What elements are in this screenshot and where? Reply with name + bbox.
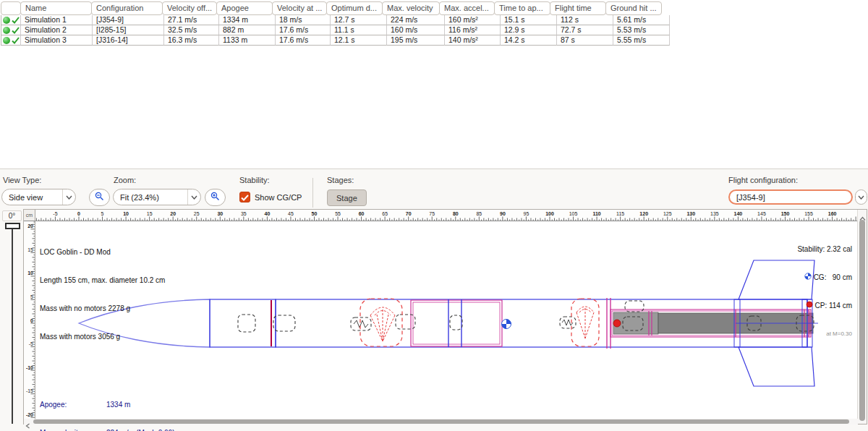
chevron-down-icon: [62, 189, 75, 205]
rotation-slider-track[interactable]: [12, 229, 13, 424]
zoom-in-icon: [210, 191, 220, 204]
view-type-select[interactable]: Side view: [1, 189, 76, 205]
rocket-info-block: LOC Goblin - DD Mod Length 155 cm, max. …: [40, 229, 165, 360]
mass-component[interactable]: [273, 315, 295, 331]
cell-max-velocity: 160 m/s: [387, 25, 445, 35]
vertical-scrollbar[interactable]: [857, 210, 867, 424]
vertical-scrollbar-thumb[interactable]: [859, 220, 865, 421]
cell-configuration: [J354-9]: [93, 15, 164, 25]
cell-velocity-off: 32.5 m/s: [164, 25, 219, 35]
svg-text:105: 105: [569, 211, 578, 216]
ebay-coupler-inner: [413, 302, 500, 344]
scroll-left-icon[interactable]: [25, 419, 30, 431]
mass-component[interactable]: [625, 301, 644, 312]
column-header-optimum-delay[interactable]: Optimum d...: [326, 1, 383, 15]
rocket-mass-empty: Mass with no motors 2278 g: [40, 304, 165, 313]
simulation-row[interactable]: Simulation 2[I285-15]32.5 m/s882 m17.6 m…: [1, 25, 670, 35]
max-velocity-label: Max. velocity:: [40, 428, 106, 431]
cell-ground-hit: 5.61 m/s: [613, 15, 670, 25]
svg-text:80: 80: [453, 211, 459, 216]
svg-text:0: 0: [77, 211, 80, 216]
shock-cord-zigzag-icon: [354, 320, 368, 328]
zoom-label: Zoom:: [114, 176, 136, 184]
openrocket-window: NameConfigurationVelocity off...ApogeeVe…: [0, 0, 868, 431]
simulation-row[interactable]: Simulation 1[J354-9]27.1 m/s1334 m18 m/s…: [1, 15, 670, 25]
apogee-value: 1334 m: [106, 400, 130, 409]
svg-text:20: 20: [170, 211, 176, 216]
column-header-max-acceleration[interactable]: Max. accel...: [439, 1, 495, 15]
svg-text:155: 155: [804, 211, 813, 216]
cell-name: Simulation 1: [21, 15, 93, 25]
column-header-flight-time[interactable]: Flight time: [550, 1, 606, 15]
cell-flight-time: 112 s: [557, 15, 613, 25]
simulation-row[interactable]: Simulation 3[J316-14]16.3 m/s1133 m17.6 …: [1, 35, 670, 46]
cell-flight-time: 87 s: [557, 35, 613, 46]
flight-configuration-input[interactable]: [J354-9]: [728, 189, 853, 205]
stages-label: Stages:: [327, 176, 354, 184]
svg-text:-5: -5: [53, 211, 57, 216]
cell-optimum-delay: 12.1 s: [331, 35, 387, 46]
status-ok-icon: [3, 27, 10, 34]
cell-ground-hit: 5.55 m/s: [613, 35, 670, 46]
column-header-apogee[interactable]: Apogee: [216, 1, 273, 15]
mass-component[interactable]: [238, 315, 255, 332]
rocket-dimensions: Length 155 cm, max. diameter 10.2 cm: [40, 276, 165, 285]
cell-name: Simulation 3: [21, 35, 93, 46]
column-header-configuration[interactable]: Configuration: [91, 1, 163, 15]
cell-time-to-apogee: 12.9 s: [501, 25, 557, 35]
cell-flight-time: 72.7 s: [557, 25, 613, 35]
zoom-in-button[interactable]: [205, 189, 226, 206]
stage-toggle-button[interactable]: Stage: [327, 189, 367, 206]
checkmark-icon: [241, 191, 249, 204]
column-header-name[interactable]: Name: [20, 1, 92, 15]
cell-velocity-at: 17.6 m/s: [276, 25, 331, 35]
column-header-velocity-at[interactable]: Velocity at ...: [272, 1, 327, 15]
payload-tube[interactable]: [210, 299, 276, 347]
zoom-level-select[interactable]: Fit (23.4%): [113, 189, 201, 205]
cell-apogee: 1133 m: [219, 35, 276, 46]
cell-configuration: [I285-15]: [93, 25, 164, 35]
main-parachute-envelope[interactable]: [360, 299, 402, 346]
zoom-out-button[interactable]: [89, 189, 110, 206]
svg-text:15: 15: [147, 211, 153, 216]
svg-text:140: 140: [734, 211, 743, 216]
ebay-coupler[interactable]: [411, 300, 502, 346]
column-header-ground-hit[interactable]: Ground hit ...: [605, 1, 662, 15]
status-ok-icon: [3, 17, 10, 24]
column-header-status[interactable]: [1, 1, 21, 15]
horizontal-scrollbar[interactable]: [24, 419, 858, 424]
rocket-name: LOC Goblin - DD Mod: [40, 247, 165, 257]
view-type-value: Side view: [2, 193, 62, 202]
cell-apogee: 882 m: [219, 25, 276, 35]
simulation-table: NameConfigurationVelocity off...ApogeeVe…: [1, 1, 670, 46]
cell-velocity-off: 27.1 m/s: [164, 15, 219, 25]
svg-text:40: 40: [265, 211, 271, 216]
view-type-label: View Type:: [3, 176, 41, 184]
svg-text:10: 10: [123, 211, 129, 216]
cell-max-acceleration: 160 m/s²: [445, 15, 501, 25]
svg-text:115: 115: [616, 211, 624, 216]
cp-marker: [613, 320, 621, 327]
svg-text:145: 145: [757, 211, 766, 216]
flight-configuration-dropdown-button[interactable]: [855, 189, 867, 205]
svg-text:90: 90: [500, 211, 506, 216]
show-cgcp-checkbox[interactable]: [239, 192, 250, 202]
column-header-time-to-apogee[interactable]: Time to ap...: [494, 1, 550, 15]
svg-text:135: 135: [710, 211, 719, 216]
rotation-slider-handle[interactable]: [5, 223, 20, 229]
ruler-unit-label: cm: [24, 210, 35, 221]
cell-max-velocity: 224 m/s: [387, 15, 445, 25]
cell-max-velocity: 195 m/s: [387, 35, 445, 46]
simulation-status-cell: [1, 25, 21, 35]
horizontal-scrollbar-thumb[interactable]: [33, 419, 849, 424]
mass-component[interactable]: [396, 315, 415, 329]
cg-value: CG: 90 cm: [814, 273, 852, 282]
simulation-status-cell: [1, 35, 21, 46]
cell-time-to-apogee: 15.1 s: [501, 15, 557, 25]
svg-text:55: 55: [335, 211, 341, 216]
column-header-max-velocity[interactable]: Max. velocity: [382, 1, 440, 15]
cell-configuration: [J316-14]: [93, 35, 164, 46]
mass-component[interactable]: [450, 315, 462, 330]
column-header-velocity-off[interactable]: Velocity off...: [162, 1, 217, 15]
chevron-down-icon: [856, 190, 867, 204]
